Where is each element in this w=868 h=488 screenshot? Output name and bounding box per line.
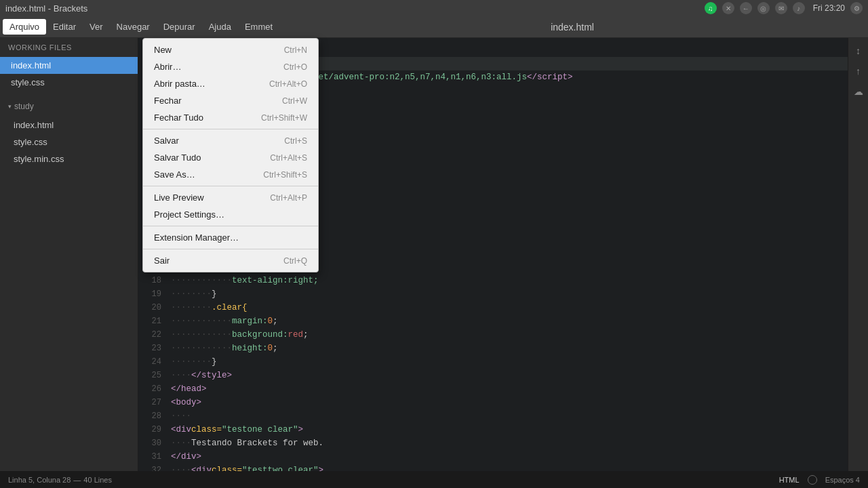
titlebar-title: index.html - Brackets [5,3,87,14]
dd-shortcut: Ctrl+O [283,62,307,72]
project-header[interactable]: ▾ study [0,96,138,117]
main-layout: Working Files index.html style.css ▾ stu… [0,38,868,471]
document-title: index.html [551,22,594,33]
volume-icon[interactable]: ♪ [793,2,805,14]
code-line-22: ········} [171,287,848,301]
dd-separator-14 [143,249,318,249]
dd-label: Salvar [154,136,179,146]
dd-shortcut: Ctrl+Alt+P [270,193,307,203]
sidebar: Working Files index.html style.css ▾ stu… [0,38,138,471]
clock: Fri 23:20 [813,3,845,13]
line-number-26: 26 [138,382,161,396]
line-number-27: 27 [138,396,161,409]
sync-icon[interactable]: ↕ [851,43,866,58]
back-icon[interactable]: ← [740,2,752,14]
code-line-29: </head> [171,382,848,396]
menu-ajuda[interactable]: Ajuda [202,19,238,35]
dd-shortcut: Ctrl+Shift+S [263,170,307,180]
chevron-down-icon: ▾ [8,103,12,110]
dd-separator-9 [143,186,318,186]
dd-item-salvar-tudo[interactable]: Salvar TudoCtrl+Alt+S [143,149,318,166]
sidebar-file-index-html[interactable]: index.html [0,57,138,74]
line-number-28: 28 [138,409,161,423]
cloud-icon[interactable]: ☁ [851,84,866,99]
dd-item-fechar-tudo[interactable]: Fechar TudoCtrl+Shift+W [143,109,318,126]
project-file-index-html[interactable]: index.html [0,117,138,134]
arquivo-dropdown: NewCtrl+NAbrir…Ctrl+OAbrir pasta…Ctrl+Al… [142,38,319,272]
status-position: Linha 5, Coluna 28 [8,476,71,484]
project-file-style-min-css[interactable]: style.min.css [0,150,138,167]
code-line-27: ········} [171,355,848,369]
code-line-21: ············text-align:right; [171,274,848,287]
dd-item-sair[interactable]: SairCtrl+Q [143,252,318,269]
status-lines: 40 Lines [83,476,112,484]
dd-shortcut: Ctrl+Alt+O [269,79,307,89]
gear-icon[interactable]: ⚙ [850,2,863,14]
dd-item-abrir-pasta-[interactable]: Abrir pasta…Ctrl+Alt+O [143,75,318,92]
status-right: HTML Espaços 4 [779,475,860,485]
dd-item-new[interactable]: NewCtrl+N [143,41,318,58]
status-separator: — [73,476,81,484]
spotify-icon[interactable]: ♫ [705,2,717,14]
dd-separator-5 [143,129,318,129]
line-number-19: 19 [138,287,161,301]
dd-shortcut: Ctrl+Q [283,256,307,266]
code-line-32: <div class="testone clear"> [171,423,848,436]
dd-item-extension-manager-[interactable]: Extension Manager… [143,229,318,246]
titlebar-icons: ♫ ✕ ← ◎ ✉ ♪ Fri 23:20 ⚙ [705,2,863,14]
dd-shortcut: Ctrl+N [284,45,307,55]
menu-ver[interactable]: Ver [83,19,110,35]
line-number-20: 20 [138,301,161,314]
dd-separator-12 [143,226,318,226]
dd-shortcut: Ctrl+Alt+S [270,153,307,163]
dd-item-save-as-[interactable]: Save As…Ctrl+Shift+S [143,166,318,183]
dd-label: Abrir pasta… [154,79,205,89]
menu-emmet[interactable]: Emmet [238,19,279,35]
menu-editar[interactable]: Editar [46,19,83,35]
dd-item-salvar[interactable]: SalvarCtrl+S [143,132,318,149]
dd-item-project-settings-[interactable]: Project Settings… [143,206,318,223]
dd-label: Abrir… [154,62,181,72]
dd-shortcut: Ctrl+W [282,96,307,106]
line-number-31: 31 [138,450,161,464]
project-file-style-css[interactable]: style.css [0,134,138,150]
right-panel: ↕ ↑ ☁ [848,38,868,471]
code-line-30: <body> [171,396,848,409]
dd-label: Fechar Tudo [154,113,203,123]
status-circle [808,475,817,485]
line-number-32: 32 [138,464,161,471]
target-icon[interactable]: ◎ [757,2,770,14]
code-line-31: ···· [171,409,848,423]
mail-icon[interactable]: ✉ [775,2,787,14]
dd-item-abrir-[interactable]: Abrir…Ctrl+O [143,58,318,75]
code-line-33: ····Testando Brackets for web. [171,436,848,450]
sidebar-file-style-css[interactable]: style.css [0,74,138,91]
close-icon[interactable]: ✕ [722,2,734,14]
dd-shortcut: Ctrl+S [284,136,307,146]
dd-label: Extension Manager… [154,232,239,243]
project-label: study [14,102,34,111]
status-left: Linha 5, Coluna 28 — 40 Lines [8,476,112,484]
code-line-28: ····</style> [171,369,848,382]
dd-label: Fechar [154,96,181,106]
dd-label: Live Preview [154,192,204,203]
menu-navegar[interactable]: Navegar [110,19,157,35]
line-number-25: 25 [138,369,161,382]
dd-label: Project Settings… [154,209,224,220]
menu-arquivo[interactable]: Arquivo [3,19,46,35]
code-line-24: ············margin:0; [171,314,848,328]
dropdown-menu-overlay: NewCtrl+NAbrir…Ctrl+OAbrir pasta…Ctrl+Al… [142,38,319,272]
dd-item-live-preview[interactable]: Live PreviewCtrl+Alt+P [143,189,318,206]
line-number-18: 18 [138,274,161,287]
dd-label: Sair [154,256,170,266]
titlebar: index.html - Brackets ♫ ✕ ← ◎ ✉ ♪ Fri 23… [0,0,868,16]
dd-shortcut: Ctrl+Shift+W [261,113,307,123]
dd-item-fechar[interactable]: FecharCtrl+W [143,92,318,109]
dd-label: New [154,45,172,55]
menubar: Arquivo Editar Ver Navegar Depurar Ajuda… [0,16,868,38]
project-files: index.html style.css style.min.css [0,117,138,167]
status-spacing[interactable]: Espaços 4 [825,476,860,484]
menu-depurar[interactable]: Depurar [157,19,202,35]
upload-icon[interactable]: ↑ [851,64,866,79]
status-language[interactable]: HTML [779,476,800,484]
